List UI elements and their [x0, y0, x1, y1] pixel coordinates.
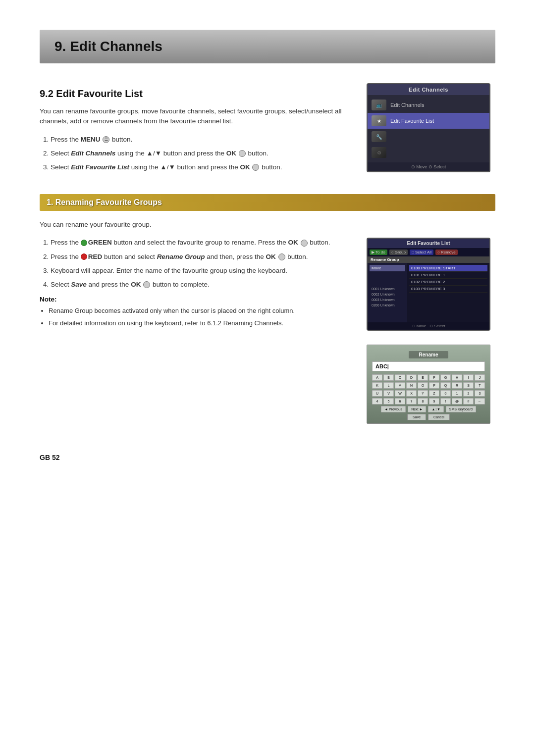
note-rename-group: Rename Group: [49, 307, 93, 314]
subsection1-right: Edit Favourite List ▶ To do ○ Group □ Se…: [367, 238, 495, 424]
note-item-1: Rename Group becomes activated only when…: [49, 306, 352, 316]
ec-footer: ⊙ Move ⊙ Select: [368, 162, 489, 171]
efl-left-channels: 0001 Unknown 0002 Unknown 0003 Unknown 0…: [370, 286, 405, 308]
kb-previous-btn[interactable]: ◄ Previous: [381, 406, 406, 412]
rename-input[interactable]: ABC|: [372, 361, 485, 371]
edit-favourite-list-screen: Edit Favourite List ▶ To do ○ Group □ Se…: [367, 238, 490, 331]
ok-icon-sub4: [143, 281, 150, 288]
efl-header: Edit Favourite List: [368, 239, 489, 248]
rename-screen: Rename ABC| A B C D E F G H I J K L: [367, 345, 490, 424]
red-button-icon: [81, 253, 87, 260]
ok-icon-3: [252, 164, 259, 171]
kb-save-btn[interactable]: Save: [407, 414, 426, 420]
kb-sms-btn[interactable]: SMS Keyboard: [446, 406, 476, 412]
efl-left-ch-1: 0001 Unknown: [370, 286, 405, 292]
kb-key-4[interactable]: 4: [372, 398, 382, 404]
kb-key-M[interactable]: M: [395, 382, 405, 389]
kb-key-F[interactable]: F: [429, 374, 439, 381]
kb-key-3[interactable]: 3: [475, 390, 485, 397]
kb-key-8[interactable]: 8: [418, 398, 428, 404]
note-label: Note:: [40, 296, 352, 303]
efl-btn-selectall: □ Select All: [410, 250, 433, 255]
efl-ch-3: 0103 PREMIERE 3: [409, 286, 487, 293]
kb-key-I[interactable]: I: [463, 374, 474, 381]
kb-key-K[interactable]: K: [372, 382, 382, 389]
subsection1-intro: You can rename your favourite group.: [40, 220, 495, 230]
kb-key-2[interactable]: 2: [463, 390, 474, 397]
sub-step-4: Select Save and press the OK button to c…: [51, 280, 352, 290]
efl-rename-group-bar: Rename Group: [368, 256, 489, 263]
kb-key-J[interactable]: J: [475, 374, 485, 381]
efl-move-item: Move: [370, 265, 405, 271]
kb-row-1: A B C D E F G H I J: [372, 374, 485, 381]
ec-icon-3: 🔧: [372, 131, 386, 142]
ec-menu-list: 📺 Edit Channels ★ Edit Favourite List 🔧: [368, 95, 489, 162]
efl-left-ch-2: 0002 Unknown: [370, 292, 405, 297]
efl-ch-2: 0102 PREMIERE 2: [409, 279, 487, 286]
kb-key-D[interactable]: D: [406, 374, 417, 381]
kb-key-X[interactable]: X: [406, 390, 417, 397]
sub-step4-save: Save: [71, 281, 87, 288]
page-footer: GB 52: [40, 454, 495, 461]
efl-footer: ⊙ Move ⊙ Select: [368, 322, 489, 330]
section-92-left: 9.2 Edit Favourite List You can rename f…: [40, 83, 352, 179]
sub-step-2: Press the RED button and select Rename G…: [51, 252, 352, 262]
kb-key-6[interactable]: 6: [395, 398, 405, 404]
kb-key-0[interactable]: 0: [440, 390, 451, 397]
kb-key-excl[interactable]: !: [440, 398, 451, 404]
kb-key-L[interactable]: L: [383, 382, 394, 389]
sub-step-3: Keyboard will appear. Enter the name of …: [51, 266, 352, 276]
sub-step4-ok: OK: [131, 281, 141, 288]
efl-left-ch-3: 0003 Unknown: [370, 297, 405, 302]
ec-icon-4: ⚙: [372, 147, 386, 158]
kb-key-Q[interactable]: Q: [440, 382, 451, 389]
kb-key-at[interactable]: @: [452, 398, 462, 404]
kb-key-P[interactable]: P: [429, 382, 439, 389]
kb-key-9[interactable]: 9: [429, 398, 439, 404]
subsection-banner-title: 1. Renaming Favourite Groups: [47, 198, 488, 207]
kb-cancel-btn[interactable]: Cancel: [428, 414, 450, 420]
kb-key-backspace[interactable]: ←: [475, 398, 485, 404]
kb-row-3: U V W X Y Z 0 1 2 3: [372, 390, 485, 397]
step2-ok: OK: [226, 150, 236, 157]
kb-key-V[interactable]: V: [383, 390, 394, 397]
kb-key-T[interactable]: T: [475, 382, 485, 389]
kb-key-E[interactable]: E: [418, 374, 428, 381]
kb-key-O[interactable]: O: [418, 382, 428, 389]
ok-icon-sub2: [278, 253, 285, 260]
page-number: GB 52: [40, 454, 59, 461]
kb-key-B[interactable]: B: [383, 374, 394, 381]
efl-ch-0: 0100 PREMIERE START: [409, 265, 487, 272]
ok-icon-2: [239, 150, 246, 157]
note-list: Rename Group becomes activated only when…: [40, 306, 352, 328]
kb-key-7[interactable]: 7: [406, 398, 417, 404]
ec-menu-item-2: ★ Edit Favourite List: [368, 113, 489, 129]
kb-next-btn[interactable]: Next ►: [408, 406, 426, 412]
menu-icon: ☰: [103, 136, 109, 143]
kb-row-2: K L M N O P Q R S T: [372, 382, 485, 389]
subsection1-steps: Press the GREEN button and select the fa…: [40, 238, 352, 290]
kb-key-W[interactable]: W: [395, 390, 405, 397]
section-92-right: Edit Channels 📺 Edit Channels ★ Edit Fav…: [367, 83, 495, 179]
kb-nav-row: ◄ Previous Next ► ▲↕▼ SMS Keyboard: [372, 406, 485, 412]
sub-step1-ok: OK: [288, 239, 298, 246]
kb-key-N[interactable]: N: [406, 382, 417, 389]
kb-key-1[interactable]: 1: [452, 390, 462, 397]
kb-key-R[interactable]: R: [452, 382, 462, 389]
kb-key-S[interactable]: S: [463, 382, 474, 389]
green-button-icon: [81, 240, 87, 246]
kb-key-Y[interactable]: Y: [418, 390, 428, 397]
step1-bold: MENU: [81, 136, 101, 143]
subsection1-left: Press the GREEN button and select the fa…: [40, 238, 352, 424]
kb-key-U[interactable]: U: [372, 390, 382, 397]
step-2: Select Edit Channels using the ▲/▼ butto…: [51, 149, 352, 158]
ec-item-label-2: Edit Favourite List: [390, 118, 434, 124]
kb-key-5[interactable]: 5: [383, 398, 394, 404]
kb-key-C[interactable]: C: [395, 374, 405, 381]
kb-arrow-btn[interactable]: ▲↕▼: [428, 406, 443, 412]
kb-key-Z[interactable]: Z: [429, 390, 439, 397]
kb-key-G[interactable]: G: [440, 374, 451, 381]
kb-key-A[interactable]: A: [372, 374, 382, 381]
kb-key-H[interactable]: H: [452, 374, 462, 381]
kb-key-hash[interactable]: #: [463, 398, 474, 404]
